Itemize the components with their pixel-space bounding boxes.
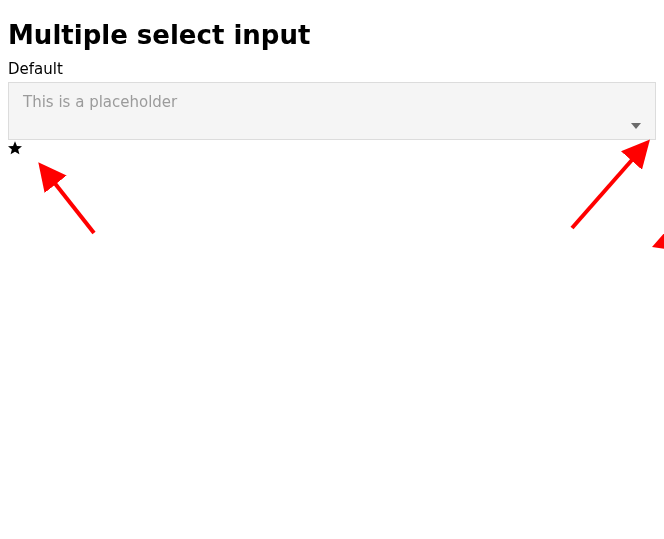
svg-line-1 xyxy=(42,167,94,233)
annotation-arrow-bottom-right xyxy=(652,232,664,254)
svg-marker-4 xyxy=(652,232,664,249)
annotation-arrow-left xyxy=(30,155,110,249)
multiselect-placeholder: This is a placeholder xyxy=(23,93,177,111)
svg-line-3 xyxy=(572,144,646,228)
page-title: Multiple select input xyxy=(0,0,664,60)
multiselect-field: Default This is a placeholder xyxy=(0,60,664,140)
dropdown-arrow-icon[interactable] xyxy=(631,123,641,129)
star-icon xyxy=(7,140,664,156)
multiselect-input[interactable]: This is a placeholder xyxy=(8,82,656,140)
multiselect-label: Default xyxy=(8,60,656,78)
